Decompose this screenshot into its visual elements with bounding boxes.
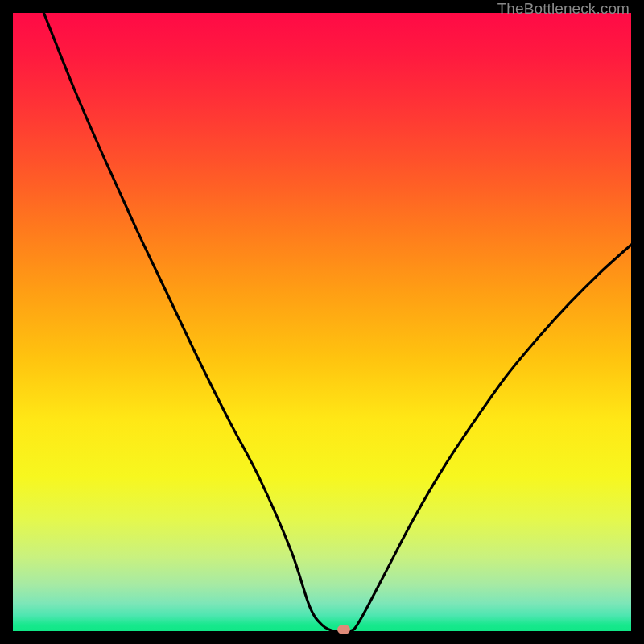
frame: TheBottleneck.com: [0, 0, 644, 644]
minimum-marker: [337, 625, 350, 634]
bottleneck-curve: [13, 13, 631, 631]
watermark-text: TheBottleneck.com: [497, 0, 630, 18]
plot-area: [13, 13, 631, 631]
